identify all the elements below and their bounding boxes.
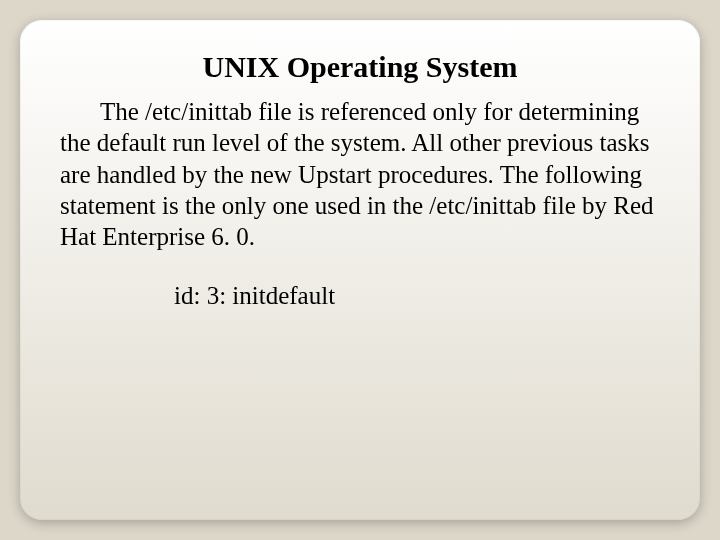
slide-body-text: The /etc/inittab file is referenced only… [60, 96, 660, 252]
slide-code-line: id: 3: initdefault [60, 280, 660, 311]
slide: UNIX Operating System The /etc/inittab f… [20, 20, 700, 520]
slide-title: UNIX Operating System [60, 50, 660, 84]
